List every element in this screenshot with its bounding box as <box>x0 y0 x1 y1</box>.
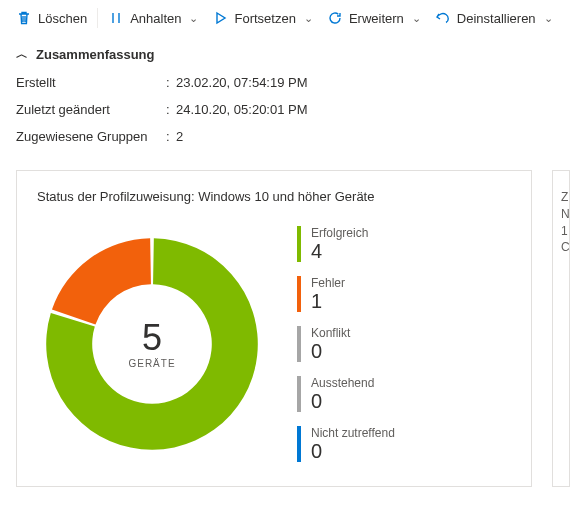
summary-key: Erstellt <box>16 75 166 90</box>
legend-label: Erfolgreich <box>311 226 368 240</box>
summary-value: 23.02.20, 07:54:19 PM <box>176 75 308 90</box>
resume-button[interactable]: Fortsetzen ⌄ <box>208 8 316 28</box>
legend-item[interactable]: Ausstehend0 <box>297 376 395 412</box>
donut-total: 5 <box>142 320 162 356</box>
summary-row: Erstellt:23.02.20, 07:54:19 PM <box>0 69 586 96</box>
summary-value: 24.10.20, 05:20:01 PM <box>176 102 308 117</box>
extend-label: Erweitern <box>349 11 404 26</box>
summary-key: Zugewiesene Gruppen <box>16 129 166 144</box>
summary-row: Zuletzt geändert:24.10.20, 05:20:01 PM <box>0 96 586 123</box>
legend-color <box>297 226 301 262</box>
legend-item[interactable]: Konflikt0 <box>297 326 395 362</box>
uninstall-button[interactable]: Deinstallieren ⌄ <box>431 8 557 28</box>
toolbar-separator <box>97 8 98 28</box>
pause-icon <box>108 10 124 26</box>
chevron-down-icon: ⌄ <box>304 12 313 25</box>
legend-item[interactable]: Fehler1 <box>297 276 395 312</box>
donut-total-label: GERÄTE <box>128 358 175 369</box>
legend-color <box>297 276 301 312</box>
summary-row: Zugewiesene Gruppen:2 <box>0 123 586 150</box>
legend-item[interactable]: Erfolgreich4 <box>297 226 395 262</box>
resume-label: Fortsetzen <box>234 11 295 26</box>
donut-chart: 5 GERÄTE <box>37 229 267 459</box>
trash-icon <box>16 10 32 26</box>
side-card: ZN1C <box>552 170 570 487</box>
uninstall-label: Deinstallieren <box>457 11 536 26</box>
summary-key: Zuletzt geändert <box>16 102 166 117</box>
legend-color <box>297 426 301 462</box>
chart-row: 5 GERÄTE Erfolgreich4Fehler1Konflikt0Aus… <box>37 226 511 462</box>
legend-label: Ausstehend <box>311 376 374 390</box>
chevron-down-icon: ⌄ <box>412 12 421 25</box>
legend-value: 0 <box>311 340 350 362</box>
legend-value: 4 <box>311 240 368 262</box>
legend-color <box>297 376 301 412</box>
toolbar: Löschen Anhalten ⌄ Fortsetzen ⌄ Erweiter… <box>0 0 586 36</box>
pause-label: Anhalten <box>130 11 181 26</box>
cards-row: Status der Profilzuweisung: Windows 10 u… <box>0 150 586 507</box>
status-card-title: Status der Profilzuweisung: Windows 10 u… <box>37 189 511 204</box>
delete-button[interactable]: Löschen <box>12 8 91 28</box>
status-card: Status der Profilzuweisung: Windows 10 u… <box>16 170 532 487</box>
legend-item[interactable]: Nicht zutreffend0 <box>297 426 395 462</box>
legend-value: 0 <box>311 390 374 412</box>
chevron-down-icon: ⌄ <box>189 12 198 25</box>
chevron-down-icon: ⌄ <box>544 12 553 25</box>
legend-value: 1 <box>311 290 345 312</box>
legend: Erfolgreich4Fehler1Konflikt0Ausstehend0N… <box>297 226 395 462</box>
pause-button[interactable]: Anhalten ⌄ <box>104 8 202 28</box>
chevron-up-icon: ︿ <box>16 46 28 63</box>
undo-icon <box>435 10 451 26</box>
summary-title: Zusammenfassung <box>36 47 154 62</box>
delete-label: Löschen <box>38 11 87 26</box>
play-icon <box>212 10 228 26</box>
extend-button[interactable]: Erweitern ⌄ <box>323 8 425 28</box>
legend-color <box>297 326 301 362</box>
legend-label: Fehler <box>311 276 345 290</box>
summary-value: 2 <box>176 129 183 144</box>
summary-list: Erstellt:23.02.20, 07:54:19 PMZuletzt ge… <box>0 69 586 150</box>
legend-value: 0 <box>311 440 395 462</box>
summary-header[interactable]: ︿ Zusammenfassung <box>0 36 586 69</box>
legend-label: Nicht zutreffend <box>311 426 395 440</box>
donut-center: 5 GERÄTE <box>37 229 267 459</box>
legend-label: Konflikt <box>311 326 350 340</box>
refresh-icon <box>327 10 343 26</box>
